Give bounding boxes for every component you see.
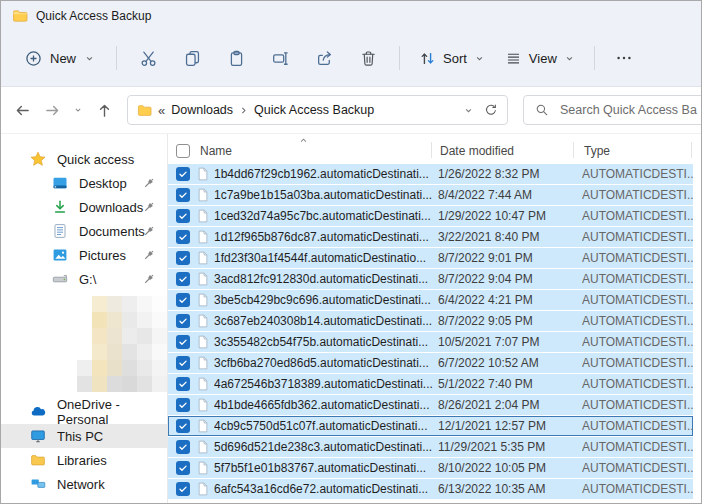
pixel-block	[77, 296, 92, 312]
row-checkbox[interactable]	[176, 335, 190, 349]
back-button[interactable]	[7, 95, 37, 125]
file-row[interactable]: 3cfb6ba270ed86d5.automaticDestinati...6/…	[168, 353, 693, 373]
row-checkbox[interactable]	[176, 482, 190, 496]
breadcrumb-overflow[interactable]: «	[158, 103, 165, 118]
address-bar[interactable]: « Downloads Quick Access Backup	[127, 95, 508, 125]
rename-button[interactable]	[258, 41, 302, 75]
column-header-date-modified[interactable]: Date modified	[440, 144, 514, 158]
file-row[interactable]: 4cb9c5750d51c07f.automaticDestinati...12…	[168, 416, 693, 436]
sidebar-item-label: Quick access	[57, 152, 134, 167]
row-checkbox[interactable]	[176, 377, 190, 391]
row-checkbox[interactable]	[176, 419, 190, 433]
row-checkbox[interactable]	[176, 461, 190, 475]
select-all-checkbox[interactable]	[176, 144, 190, 158]
row-checkbox[interactable]	[176, 272, 190, 286]
file-type: AUTOMATICDESTI...	[582, 398, 693, 412]
sidebar-item-pictures[interactable]: Pictures	[1, 243, 167, 267]
row-checkbox[interactable]	[176, 167, 190, 181]
up-button[interactable]	[89, 95, 119, 125]
file-type: AUTOMATICDESTI...	[582, 419, 693, 433]
file-row[interactable]: 1fd23f30a1f4544f.automaticDestinatio...8…	[168, 248, 693, 268]
sidebar-item-label: G:\	[79, 272, 96, 287]
file-type: AUTOMATICDESTI...	[582, 209, 693, 223]
column-header-type[interactable]: Type	[584, 144, 610, 158]
cut-button[interactable]	[126, 41, 170, 75]
file-type: AUTOMATICDESTI...	[582, 314, 693, 328]
folder-icon	[12, 8, 28, 24]
paste-button[interactable]	[214, 41, 258, 75]
row-checkbox[interactable]	[176, 293, 190, 307]
sidebar-item-label: Pictures	[79, 248, 126, 263]
file-row[interactable]: 3c355482cb54f75b.automaticDestinati...10…	[168, 332, 693, 352]
sidebar-item-quick-access[interactable]: Quick access	[1, 147, 167, 171]
plus-circle-icon	[25, 50, 42, 67]
sidebar-item-network[interactable]: Network	[1, 472, 167, 496]
sidebar-item-this-pc[interactable]: This PC	[1, 424, 167, 448]
libraries-icon	[30, 452, 46, 468]
file-row[interactable]: 6afc543a16cd6e72.automaticDestinati...6/…	[168, 479, 693, 499]
row-checkbox[interactable]	[176, 398, 190, 412]
see-more-button[interactable]	[604, 44, 644, 72]
command-toolbar: New Sort View	[1, 30, 701, 87]
navigation-pane: Quick accessDesktopDownloadsDocumentsPic…	[1, 134, 168, 503]
row-checkbox[interactable]	[176, 356, 190, 370]
pin-icon	[142, 248, 156, 262]
column-header-name[interactable]: Name	[200, 144, 232, 158]
row-checkbox[interactable]	[176, 440, 190, 454]
file-row[interactable]: 5d696d521de238c3.automaticDestinati...11…	[168, 437, 693, 457]
forward-button[interactable]	[37, 95, 67, 125]
sidebar-item-documents[interactable]: Documents	[1, 219, 167, 243]
address-bar-row: « Downloads Quick Access Backup Search Q…	[1, 87, 701, 134]
pixel-block	[152, 328, 167, 344]
copy-button[interactable]	[170, 41, 214, 75]
column-divider[interactable]	[431, 142, 432, 158]
file-icon	[196, 229, 214, 245]
column-divider[interactable]	[691, 142, 692, 158]
row-checkbox[interactable]	[176, 209, 190, 223]
row-checkbox[interactable]	[176, 251, 190, 265]
view-button[interactable]: View	[495, 43, 585, 74]
file-row[interactable]: 4b1bde4665fdb362.automaticDestinati...8/…	[168, 395, 693, 415]
sidebar-item-downloads[interactable]: Downloads	[1, 195, 167, 219]
row-checkbox[interactable]	[176, 314, 190, 328]
pin-icon	[142, 224, 156, 238]
column-divider[interactable]	[573, 142, 574, 158]
sidebar-item-desktop[interactable]: Desktop	[1, 171, 167, 195]
file-row[interactable]: 5f7b5f1e01b83767.automaticDestinati...8/…	[168, 458, 693, 478]
sidebar-item-label: OneDrive - Personal	[57, 397, 167, 427]
row-checkbox[interactable]	[176, 230, 190, 244]
chevron-right-icon	[239, 106, 248, 115]
file-row[interactable]: 1ced32d74a95c7bc.automaticDestinati...1/…	[168, 206, 693, 226]
file-icon	[196, 376, 214, 392]
search-box[interactable]: Search Quick Access Ba	[523, 95, 701, 125]
breadcrumb-downloads[interactable]: Downloads	[171, 103, 233, 117]
row-checkbox[interactable]	[176, 188, 190, 202]
pixel-block	[107, 376, 122, 392]
share-button[interactable]	[302, 41, 346, 75]
delete-button[interactable]	[346, 41, 390, 75]
file-row[interactable]: 3acd812fc912830d.automaticDestinati...8/…	[168, 269, 693, 289]
toolbar-divider	[594, 46, 595, 70]
file-explorer-window: Quick Access Backup New Sort	[0, 0, 702, 504]
file-name: 3c687eb240308b14.automaticDestinati...	[214, 314, 438, 328]
file-date-modified: 8/4/2022 7:44 AM	[438, 188, 582, 202]
sort-button[interactable]: Sort	[409, 43, 495, 74]
network-icon	[30, 476, 46, 492]
file-row[interactable]: 4a672546b3718389.automaticDestinati...5/…	[168, 374, 693, 394]
file-icon	[196, 292, 214, 308]
pixel-block	[77, 312, 92, 328]
new-button[interactable]: New	[13, 43, 107, 74]
file-row[interactable]: 1d12f965b876dc87.automaticDestinati...3/…	[168, 227, 693, 247]
refresh-icon[interactable]	[484, 103, 498, 117]
file-row[interactable]: 3be5cb429bc9c696.automaticDestinati...6/…	[168, 290, 693, 310]
breadcrumb-quick-access-backup[interactable]: Quick Access Backup	[254, 103, 374, 117]
file-row[interactable]: 3c687eb240308b14.automaticDestinati...8/…	[168, 311, 693, 331]
sidebar-item-g[interactable]: G:\	[1, 267, 167, 291]
recent-locations-button[interactable]	[67, 95, 89, 125]
sidebar-item-onedrive-personal[interactable]: OneDrive - Personal	[1, 400, 167, 424]
file-row[interactable]: 1c7a9be1b15a03ba.automaticDestinati...8/…	[168, 185, 693, 205]
sidebar-item-libraries[interactable]: Libraries	[1, 448, 167, 472]
clipboard-icon	[228, 50, 245, 67]
address-dropdown-chevron-icon[interactable]	[463, 105, 474, 116]
file-row[interactable]: 1b4dd67f29cb1962.automaticDestinati...1/…	[168, 164, 693, 184]
